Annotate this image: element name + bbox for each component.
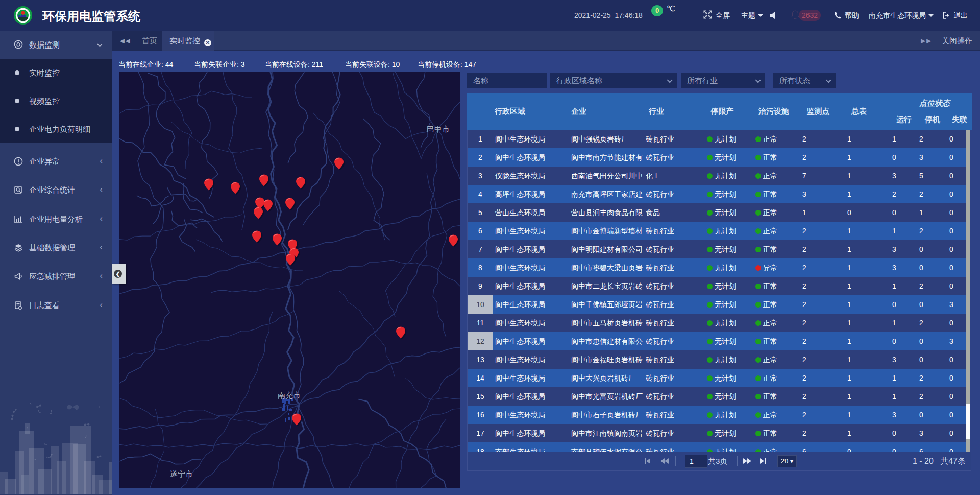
svg-text:遂宁市: 遂宁市 (170, 469, 193, 478)
svg-text:南充市: 南充市 (278, 391, 301, 399)
svg-text:巴中市: 巴中市 (427, 125, 450, 133)
